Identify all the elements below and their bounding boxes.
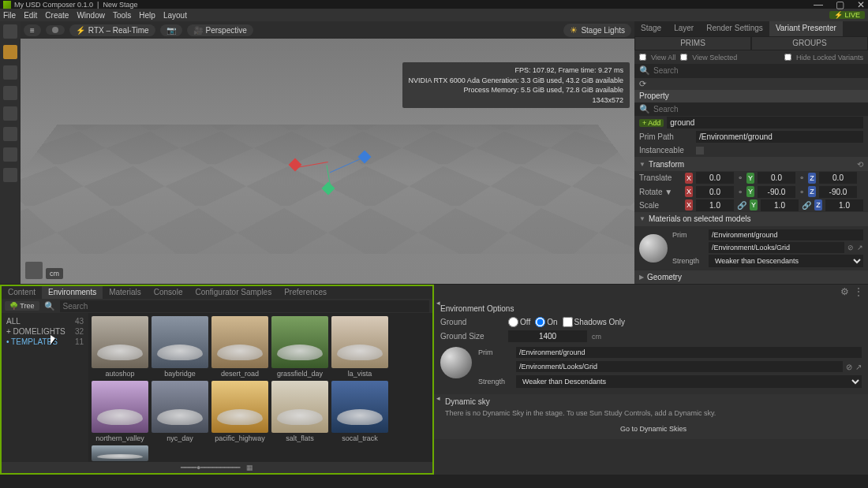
scale-y[interactable] [761,199,799,211]
close-button[interactable]: ✕ [857,0,865,10]
viewport[interactable]: FPS: 107.92, Frame time: 9.27 ms NVIDIA … [21,39,634,284]
rotate-tool[interactable] [3,86,17,100]
rotate-z[interactable] [819,186,857,198]
variant-search-input[interactable] [653,66,863,75]
tab-layer[interactable]: Layer [668,21,700,36]
tab-variant-presenter[interactable]: Variant Presenter [769,21,843,36]
live-badge[interactable]: ⚡ LIVE [829,11,865,19]
snap-tool[interactable] [3,127,17,141]
ground-on-radio[interactable] [535,317,545,327]
groundsize-input[interactable] [508,330,587,342]
play-tool[interactable] [3,168,17,182]
menu-create[interactable]: Create [45,11,69,20]
prim-name-input[interactable] [667,117,863,129]
prim-path-input[interactable] [696,131,863,143]
ct-tab-content[interactable]: Content [2,286,42,299]
maximize-button[interactable]: ▢ [836,0,844,10]
mat-path-input[interactable] [709,242,844,253]
stage-lights-button[interactable]: ☀Stage Lights [563,24,631,37]
env-mat-strength-select[interactable]: Weaker than Descendants [516,375,862,388]
camera-button[interactable]: 📷 [160,24,182,36]
tree-node-templates[interactable]: • TEMPLATES11 [5,337,85,347]
tab-render-settings[interactable]: Render Settings [700,21,769,36]
translate-z[interactable] [819,172,857,184]
subtab-prims[interactable]: PRIMS [634,36,751,50]
scale-z[interactable] [825,199,863,211]
axis-indicator[interactable] [25,262,43,279]
geometry-header[interactable]: ▶Geometry [634,270,868,284]
perspective-mode[interactable]: 🎥Perspective [187,24,253,36]
ct-tab-console[interactable]: Console [148,286,189,299]
goto-icon[interactable]: ⊘ [846,363,852,371]
subtab-groups[interactable]: GROUPS [751,36,868,50]
template-item[interactable]: grassfield_day [271,316,328,378]
ct-tab-environments[interactable]: Environments [42,286,103,299]
materials-header[interactable]: ▼Materials on selected models [634,212,868,225]
export-icon[interactable]: ↗ [857,244,863,251]
ct-tab-config-samples[interactable]: Configurator Samples [189,286,278,299]
move-tool[interactable] [3,65,17,80]
menu-layout[interactable]: Layout [163,11,187,20]
menu-edit[interactable]: Edit [24,11,37,20]
menu-tools[interactable]: Tools [113,11,131,20]
ground-off-radio[interactable] [508,317,518,327]
translate-x[interactable] [696,172,734,184]
tree-toggle[interactable]: 🌳 Tree [5,301,39,311]
property-search-input[interactable] [653,105,863,114]
mat-prim-input[interactable] [709,229,863,240]
collapse-env-options[interactable]: ◂ [434,299,442,310]
env-options-header[interactable]: Environment Options [440,302,862,315]
rotate-y[interactable] [758,186,795,198]
add-button[interactable]: + Add [639,119,664,127]
shadows-only-check[interactable] [563,317,573,327]
template-item[interactable]: salt_flats [271,381,328,442]
template-item[interactable] [92,445,148,461]
tree-node-all[interactable]: ALL43 [5,316,85,326]
rtx-mode[interactable]: ⚡RTX – Real-Time [69,24,155,36]
goto-icon[interactable]: ⊘ [847,244,854,251]
template-item[interactable]: baybridge [152,316,208,378]
ct-tab-preferences[interactable]: Preferences [278,286,333,299]
transform-header[interactable]: ▼Transform ⟲ [634,157,868,170]
magnet-tool[interactable] [3,147,17,162]
scale-tool[interactable] [3,106,17,121]
units-badge[interactable]: cm [46,268,63,279]
template-item[interactable]: autoshop [92,316,148,378]
view-selected-check[interactable] [680,54,687,61]
tab-stage[interactable]: Stage [634,21,668,36]
rotate-x[interactable] [696,186,734,198]
filter-icon[interactable]: ⋮ [854,286,863,297]
select-tool[interactable] [3,45,17,59]
eye-button[interactable] [46,25,65,35]
translate-y[interactable] [758,172,795,184]
scale-x[interactable] [696,199,734,211]
view-all-check[interactable] [639,54,646,61]
thumbnail-slider[interactable]: ━━━━●━━━━━━━━━━ ▦ [2,462,432,473]
ct-tab-materials[interactable]: Materials [103,286,148,299]
env-mat-prim-input[interactable] [516,347,862,358]
go-to-dynamic-skies-link[interactable]: Go to Dynamic Skies [445,425,862,433]
template-item[interactable]: desert_road [211,316,268,378]
refresh-icon[interactable]: ⟳ [639,79,646,89]
minimize-button[interactable]: — [814,0,823,10]
tree-node-domelights[interactable]: + DOMELIGHTS32 [5,326,85,337]
collapse-dynamic-sky[interactable]: ◂ [434,394,442,405]
template-item[interactable]: pacific_highway [211,381,268,442]
template-item[interactable]: nyc_day [152,381,208,442]
gear-icon[interactable]: ⚙ [840,286,849,297]
reset-icon[interactable]: ⟲ [857,160,863,169]
menu-help[interactable]: Help [139,11,155,20]
menu-icon[interactable] [3,24,17,39]
menu-window[interactable]: Window [77,11,105,20]
instanceable-check[interactable] [696,147,704,155]
env-mat-path-input[interactable] [516,361,843,372]
template-item[interactable]: la_vista [331,316,388,378]
template-item[interactable]: northern_valley [92,381,148,442]
mat-strength-select[interactable]: Weaker than Descendants [709,255,863,267]
export-icon[interactable]: ↗ [855,363,862,371]
hide-locked-check[interactable] [784,54,791,61]
content-search-input[interactable] [60,300,429,312]
template-item[interactable]: socal_track [331,381,388,442]
hamburger-button[interactable]: ≡ [24,24,41,36]
menu-file[interactable]: File [3,11,16,20]
